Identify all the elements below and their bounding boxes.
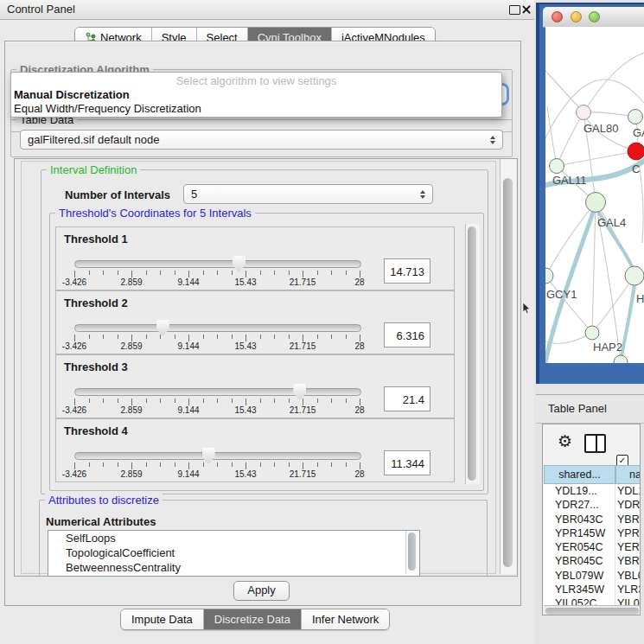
cell-name[interactable]: YDL19 — [615, 484, 641, 498]
tab-label: Infer Network — [312, 613, 379, 626]
node-label: GAL80 — [583, 122, 618, 135]
slider-tick-label: -3.426 — [62, 277, 86, 287]
node-gal80[interactable] — [577, 105, 591, 120]
table-row[interactable]: YBR045CYBR045C — [544, 554, 641, 568]
slider-tick — [217, 399, 218, 403]
attributes-list-scrollbar[interactable] — [405, 531, 418, 574]
cell-shared-name[interactable]: YER054C — [544, 540, 615, 554]
slider-tick-label: 21.715 — [290, 341, 316, 351]
node-h[interactable] — [625, 266, 644, 285]
attribute-item[interactable]: BetweennessCentrality — [48, 560, 419, 575]
dropdown-prompt-item[interactable]: Select algorithm to view settings — [11, 73, 501, 88]
network-canvas[interactable]: GAL80 GA C GAL11 GAL4 GCY1 H HAP2 — [545, 27, 644, 363]
slider-tick — [260, 399, 261, 403]
slider-tick — [89, 335, 90, 339]
slider-tick — [274, 271, 275, 275]
cell-name[interactable]: YBR045C — [615, 554, 641, 568]
cell-name[interactable]: YER054C — [615, 540, 641, 554]
table-row[interactable]: YPR145WYPR145W — [544, 526, 641, 540]
tab-label: Discretize Data — [214, 613, 290, 626]
node-hap2[interactable] — [585, 326, 599, 340]
cell-shared-name[interactable]: YDL19... — [544, 484, 615, 498]
table-row[interactable]: YBL079WYBL079W — [544, 569, 641, 583]
tab-impute-data[interactable]: Impute Data — [121, 609, 204, 629]
table-row[interactable]: YBR043CYBR043C — [544, 513, 641, 526]
apply-button[interactable]: Apply — [233, 581, 290, 601]
node-partial-bottom[interactable] — [614, 355, 628, 363]
slider-tick-label: 21.715 — [290, 277, 316, 287]
cell-shared-name[interactable]: YDR27... — [544, 498, 615, 512]
slider-tick — [175, 335, 175, 339]
slider-tick-label: 28 — [354, 469, 364, 479]
column-layout-icon[interactable] — [584, 434, 606, 453]
slider-tick-label: 2.859 — [120, 469, 142, 479]
control-panel: Control Panel Network Style Select Cyni … — [0, 0, 534, 644]
slider-tick — [274, 399, 275, 403]
slider-tick — [175, 462, 175, 467]
table-row[interactable]: YDL19...YDL19 — [544, 484, 641, 498]
threshold-value-field[interactable]: 11.344 — [384, 450, 430, 475]
slider-tick — [260, 462, 261, 467]
slider-tick — [331, 271, 332, 275]
attribute-item[interactable]: SelfLoops — [48, 531, 419, 545]
slider-tick — [74, 462, 75, 469]
node-label: GAL4 — [597, 216, 626, 229]
table-row[interactable]: YIL052CYIL052C — [544, 596, 641, 605]
settings-scrollbar[interactable] — [500, 159, 516, 574]
table-row[interactable]: YLR345WYLR345W — [544, 583, 641, 596]
gear-icon[interactable]: ⚙ — [558, 433, 572, 450]
column-header-shared[interactable]: shared... — [544, 465, 615, 484]
close-icon[interactable] — [521, 4, 531, 14]
table-row[interactable]: YDR27...YDR27 — [544, 498, 641, 512]
close-traffic-light[interactable] — [552, 11, 563, 22]
cell-shared-name[interactable]: YBR045C — [544, 554, 615, 568]
num-intervals-combobox[interactable]: 5 — [183, 184, 433, 204]
node-gal4[interactable] — [586, 193, 606, 213]
cell-name[interactable]: YLR345W — [615, 583, 641, 596]
slider-tick — [103, 462, 104, 467]
column-header-name[interactable]: name — [615, 465, 641, 484]
cell-name[interactable]: YDR27 — [615, 498, 641, 512]
node-partial-right[interactable] — [628, 110, 643, 124]
table-row[interactable]: YER054CYER054C — [544, 540, 641, 554]
cell-shared-name[interactable]: YIL052C — [544, 596, 615, 605]
cell-shared-name[interactable]: YLR345W — [544, 583, 615, 596]
slider-tick — [188, 271, 189, 277]
slider-tick — [103, 335, 104, 339]
cell-shared-name[interactable]: YPR145W — [544, 526, 615, 540]
float-window-icon[interactable] — [509, 5, 520, 15]
cell-name[interactable]: YBR043C — [615, 513, 641, 526]
slider-tick — [289, 399, 290, 403]
threshold-panel: Threshold 2 -3.4262.8599.14415.4321.7152… — [55, 290, 455, 354]
threshold-value-field[interactable]: 6.316 — [384, 322, 430, 348]
slider-tick-label: 15.43 — [234, 469, 256, 479]
slider-tick — [74, 399, 75, 405]
node-gal11[interactable] — [550, 159, 564, 174]
tab-discretize-data[interactable]: Discretize Data — [204, 609, 302, 629]
dropdown-option-equal-width[interactable]: Equal Width/Frequency Discretization — [11, 102, 501, 116]
minimize-traffic-light[interactable] — [571, 11, 582, 22]
slider-tick — [160, 335, 161, 339]
table-horizontal-scrollbar[interactable] — [544, 605, 641, 615]
cell-shared-name[interactable]: YBL079W — [544, 569, 615, 583]
tab-infer-network[interactable]: Infer Network — [302, 609, 389, 629]
table-data-combobox[interactable]: galFiltered.sif default node — [20, 130, 503, 150]
cell-name[interactable]: YPR145W — [615, 526, 641, 540]
threshold-value-field[interactable]: 14.713 — [384, 258, 430, 284]
dropdown-option-manual-discretization[interactable]: Manual Discretization — [11, 88, 501, 102]
slider-tick — [303, 399, 303, 405]
cell-name[interactable]: YBL079W — [615, 569, 641, 583]
cell-shared-name[interactable]: YBR043C — [544, 513, 615, 526]
threshold-value-field[interactable]: 21.4 — [384, 386, 430, 411]
slider-tick — [360, 399, 360, 405]
attribute-item[interactable]: TopologicalCoefficient — [48, 545, 419, 560]
mouse-cursor — [522, 303, 532, 315]
cell-name[interactable]: YIL052C — [615, 596, 641, 605]
zoom-traffic-light[interactable] — [589, 11, 600, 22]
numerical-attributes-list[interactable]: SelfLoopsTopologicalCoefficientBetweenne… — [48, 530, 420, 577]
node-gcy1[interactable] — [545, 268, 553, 284]
thresholds-scrollbar[interactable] — [465, 224, 480, 484]
table-rows: YDL19...YDL19YDR27...YDR27YBR043CYBR043C… — [544, 484, 641, 605]
slider-tick — [245, 399, 246, 405]
node-red[interactable] — [628, 143, 644, 160]
